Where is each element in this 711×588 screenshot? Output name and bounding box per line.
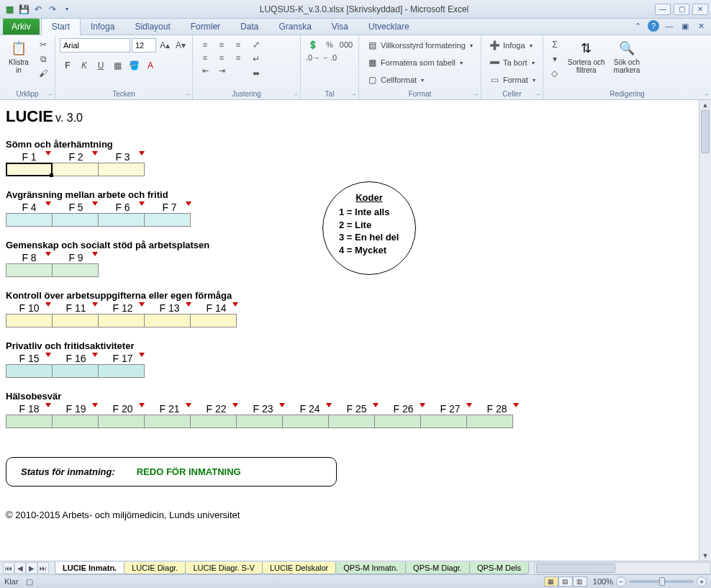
input-cell[interactable] [190,314,237,327]
sort-filter-button[interactable]: ⇅ Sortera och filtrera [565,38,608,76]
scroll-down-icon[interactable]: ▼ [699,551,711,561]
maximize-button[interactable]: ▢ [674,4,689,15]
worksheet[interactable]: LUCIE v. 3.0Sömn och återhämtningF 1F 2F… [0,100,699,561]
file-tab[interactable]: Arkiv [3,19,40,35]
wrap-text-icon[interactable]: ↵ [249,53,263,65]
cut-icon[interactable]: ✂ [36,38,50,51]
font-color-icon[interactable]: A [142,58,158,73]
align-bottom-icon[interactable]: ≡ [230,38,246,51]
fill-color-icon[interactable]: 🪣 [126,58,142,73]
input-cell[interactable] [144,314,191,327]
view-page-layout-icon[interactable]: ▤ [558,576,573,587]
sheet-tab[interactable]: QPS-M Inmatn. [335,562,406,574]
tab-start[interactable]: Start [41,18,81,35]
input-cell[interactable] [52,415,99,428]
input-cell[interactable] [52,364,99,378]
clear-icon[interactable]: ◇ [548,67,562,80]
input-cell[interactable] [328,415,375,428]
horizontal-scrollbar[interactable] [534,562,711,574]
align-right-icon[interactable]: ≡ [230,51,246,64]
macro-record-icon[interactable]: ▢ [26,577,33,587]
align-top-icon[interactable]: ≡ [197,38,213,51]
copy-icon[interactable]: ⧉ [36,53,50,65]
tab-nav-first-icon[interactable]: ⏮ [3,562,14,574]
tab-nav-next-icon[interactable]: ▶ [26,562,37,574]
fill-icon[interactable]: ▾ [548,53,562,65]
sheet-tab[interactable]: LUCIE Diagr. [124,562,186,574]
insert-cells-button[interactable]: ➕Infoga▾ [486,38,535,53]
format-cells-button[interactable]: ▭Format▾ [486,73,538,87]
qat-dropdown-icon[interactable]: ▾ [60,3,73,16]
input-cell[interactable] [6,364,53,378]
input-cell[interactable] [6,163,53,176]
hscroll-thumb[interactable] [536,564,615,573]
autosum-icon[interactable]: Σ [548,38,562,51]
tab-utvecklare[interactable]: Utvecklare [358,19,420,35]
doc-restore-icon[interactable]: ▣ [679,20,691,32]
input-cell[interactable] [98,415,145,428]
minimize-ribbon-icon[interactable]: ⌃ [632,20,643,32]
input-cell[interactable] [98,213,145,227]
percent-format-icon[interactable]: % [322,38,338,51]
input-cell[interactable] [52,314,99,327]
undo-icon[interactable]: ↶ [32,3,45,16]
comma-format-icon[interactable]: 000 [338,38,354,51]
input-cell[interactable] [52,263,99,277]
view-page-break-icon[interactable]: ▥ [573,576,587,587]
merge-icon[interactable]: ⬌ [249,67,263,80]
delete-cells-button[interactable]: ➖Ta bort▾ [486,55,538,70]
input-cell[interactable] [144,415,191,428]
grow-font-icon[interactable]: A▴ [158,39,172,52]
tab-nav-last-icon[interactable]: ⏭ [37,562,49,574]
orientation-icon[interactable]: ⤢ [249,38,263,51]
input-cell[interactable] [52,163,99,176]
input-cell[interactable] [466,415,513,428]
input-cell[interactable] [236,415,283,428]
accounting-format-icon[interactable]: 💲 [305,38,321,51]
tab-data[interactable]: Data [230,19,268,35]
font-size-input[interactable] [132,38,156,53]
input-cell[interactable] [6,314,53,327]
zoom-label[interactable]: 100% [593,577,613,586]
sheet-tab[interactable]: LUCIE Diagr. S-V [185,562,263,574]
input-cell[interactable] [144,213,191,227]
increase-decimal-icon[interactable]: .0→ [305,51,321,64]
scroll-up-icon[interactable]: ▲ [699,100,711,110]
tab-granska[interactable]: Granska [268,19,321,35]
input-cell[interactable] [98,314,145,327]
zoom-in-button[interactable]: + [697,576,707,587]
view-normal-icon[interactable]: ▦ [544,576,558,587]
align-middle-icon[interactable]: ≡ [214,38,230,51]
input-cell[interactable] [6,415,53,428]
doc-minimize-icon[interactable]: — [664,20,675,32]
shrink-font-icon[interactable]: A▾ [173,39,188,52]
increase-indent-icon[interactable]: ⇥ [214,64,230,77]
input-cell[interactable] [282,415,329,428]
align-left-icon[interactable]: ≡ [197,51,213,64]
input-cell[interactable] [98,163,145,176]
conditional-formatting-button[interactable]: ▤Villkorsstyrd formatering▾ [363,38,476,53]
zoom-out-button[interactable]: − [616,576,626,587]
zoom-handle[interactable] [659,577,665,586]
scroll-thumb[interactable] [701,110,710,153]
input-cell[interactable] [374,415,421,428]
format-as-table-button[interactable]: ▦Formatera som tabell▾ [363,55,466,70]
align-center-icon[interactable]: ≡ [214,51,230,64]
input-cell[interactable] [6,263,53,277]
input-cell[interactable] [190,415,237,428]
decrease-decimal-icon[interactable]: ←.0 [322,51,338,64]
save-icon[interactable]: 💾 [17,3,30,16]
vertical-scrollbar[interactable]: ▲ ▼ [699,100,711,561]
input-cell[interactable] [52,213,99,227]
italic-icon[interactable]: K [76,58,92,73]
tab-visa[interactable]: Visa [322,19,358,35]
font-name-input[interactable] [60,38,130,53]
tab-nav-prev-icon[interactable]: ◀ [14,562,26,574]
decrease-indent-icon[interactable]: ⇤ [197,64,213,77]
sheet-tab[interactable]: QPS-M Dels [469,562,529,574]
sheet-tab[interactable]: LUCIE Delskalor [262,562,336,574]
sheet-tab[interactable]: QPS-M Diagr. [405,562,470,574]
tab-infoga[interactable]: Infoga [81,19,124,35]
find-select-button[interactable]: 🔍 Sök och markera [611,38,643,76]
zoom-slider[interactable] [629,580,694,583]
